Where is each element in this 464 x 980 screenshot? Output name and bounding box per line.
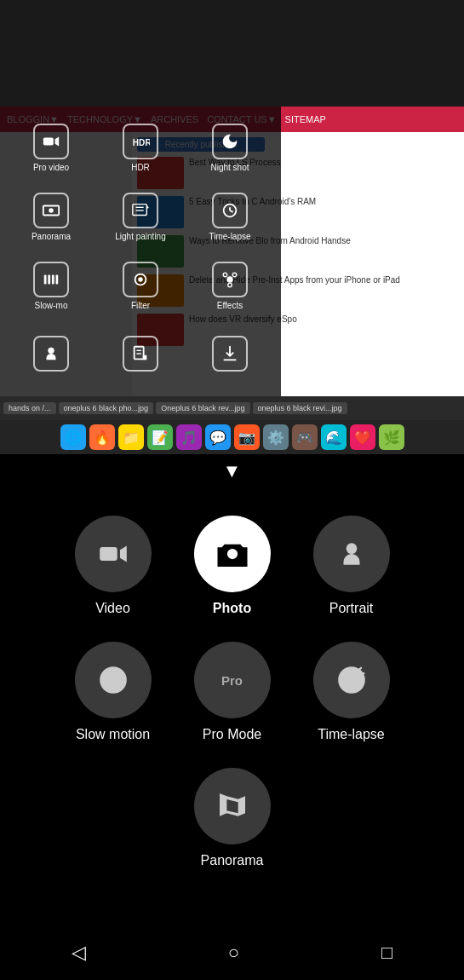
taskbar-item[interactable]: Oneplus 6 black rev...jpg [156,402,249,414]
svg-point-18 [226,276,232,282]
panorama-label: Panorama [201,853,264,868]
mode-pro-video[interactable]: Pro video [9,115,94,180]
dock-icon[interactable]: 📝 [147,424,173,450]
light-painting-icon [123,193,158,228]
doc-icon [123,336,158,372]
svg-rect-15 [56,275,59,285]
nav-bar: ◁ ○ □ [0,925,464,980]
taskbar-item[interactable]: oneplus 6 black pho...jpg [59,402,154,414]
camera-modes-row-3: Panorama [194,768,271,868]
camera-mode-selector: Video Photo Portrait [0,481,464,942]
svg-point-32 [111,678,115,683]
slowmo-icon-grid [33,262,69,297]
dock-icon[interactable]: 🎵 [176,424,202,450]
svg-marker-26 [143,355,147,360]
dock-icon[interactable]: ⚙️ [263,424,289,450]
svg-marker-29 [119,546,126,562]
portrait-mode-button[interactable]: Portrait [313,516,390,616]
portrait-label: Portrait [329,601,374,616]
timelapse-button[interactable]: Time-lapse [313,642,390,742]
photo-circle [194,516,271,592]
video-mode-button[interactable]: Video [75,516,152,616]
taskbar-item[interactable]: hands on /... [3,402,56,414]
dock-icon[interactable]: 📷 [234,424,260,450]
svg-rect-13 [48,275,50,285]
mode-effects[interactable]: Effects [187,254,272,319]
video-circle [75,516,152,592]
night-shot-label: Night shot [210,163,249,172]
mode-hdr[interactable]: HDR HDR [98,115,183,180]
mode-night-shot[interactable]: Night shot [187,115,272,180]
svg-rect-14 [52,275,54,285]
svg-point-22 [48,348,54,354]
filter-icon [123,262,158,297]
back-button[interactable]: ◁ [72,942,86,964]
timelapse-circle [313,642,390,718]
mode-download[interactable] [187,323,272,388]
panorama-icon-grid [33,193,69,228]
mode-light-painting[interactable]: Light painting [98,184,183,249]
home-button[interactable]: ○ [228,942,239,964]
effects-label: Effects [217,301,243,310]
pro-video-label: Pro video [33,163,69,172]
dock-icon[interactable]: 🌿 [379,424,404,450]
taskbar: hands on /... oneplus 6 black pho...jpg … [0,396,464,420]
photo-mode-button[interactable]: Photo [194,516,271,616]
mode-filter[interactable]: Filter [98,254,183,319]
slow-motion-circle [75,642,152,718]
svg-rect-0 [43,137,54,145]
dock-icon[interactable]: 🌐 [60,424,86,450]
hdr-label: HDR [131,163,150,172]
svg-point-19 [223,273,227,277]
mode-doc[interactable] [98,323,183,388]
svg-point-30 [346,543,357,554]
svg-line-11 [230,210,233,212]
slow-motion-label: Slow motion [76,727,150,742]
video-label: Video [95,601,130,616]
svg-rect-12 [44,275,47,285]
light-painting-label: Light painting [115,232,166,241]
mode-slowmo-grid[interactable]: Slow-mo [9,254,94,319]
chevron-down-icon[interactable]: ▼ [223,460,242,482]
mode-timelapse-grid[interactable]: Time-lapse [187,184,272,249]
slowmo-label-grid: Slow-mo [35,301,68,310]
dock-icon[interactable]: 💬 [205,424,231,450]
portrait-icon-grid [33,336,69,372]
timelapse-label: Time-lapse [318,727,385,742]
dock-icon[interactable]: 📁 [118,424,144,450]
svg-marker-1 [55,136,60,146]
svg-point-20 [232,273,237,277]
recent-button[interactable]: □ [381,942,392,964]
pro-mode-circle: Pro [194,642,271,718]
download-icon [212,336,248,372]
top-panel: BLOGGIN▼ TECHNOLOGY▼ ARCHIVES CONTACT US… [0,0,464,409]
pro-mode-text: Pro [221,673,243,688]
dock-icon[interactable]: ❤️ [350,424,375,450]
timelapse-label-grid: Time-lapse [209,232,250,241]
mac-dock: 🌐 🔥 📁 📝 🎵 💬 📷 ⚙️ 🎮 🌊 ❤️ 🌿 [0,420,464,454]
svg-point-4 [49,208,54,213]
filter-label: Filter [131,301,150,310]
mode-portrait-grid[interactable] [9,323,94,388]
svg-rect-28 [100,547,117,561]
svg-rect-5 [133,205,147,216]
svg-point-17 [138,277,143,282]
panorama-circle [194,768,271,845]
svg-rect-23 [135,347,144,360]
effects-icon [212,262,248,297]
dock-icon[interactable]: 🎮 [292,424,318,450]
svg-text:HDR: HDR [133,137,150,147]
mode-panorama[interactable]: Panorama [9,184,94,249]
nav-item-sitemap[interactable]: SITEMAP [285,114,326,124]
slow-motion-button[interactable]: Slow motion [75,642,152,742]
photo-label: Photo [213,601,251,616]
dock-icon[interactable]: 🌊 [321,424,347,450]
camera-mode-grid: Pro video HDR HDR Night shot Panorama L [0,107,281,396]
camera-modes-row-1: Video Photo Portrait [75,516,390,616]
panorama-button[interactable]: Panorama [194,768,271,868]
pro-mode-button[interactable]: Pro Pro Mode [194,642,271,742]
dock-icon[interactable]: 🔥 [89,424,115,450]
svg-point-21 [228,283,232,287]
taskbar-item[interactable]: oneplus 6 black revi...jpg [253,402,347,414]
timelapse-icon-grid [212,193,248,228]
